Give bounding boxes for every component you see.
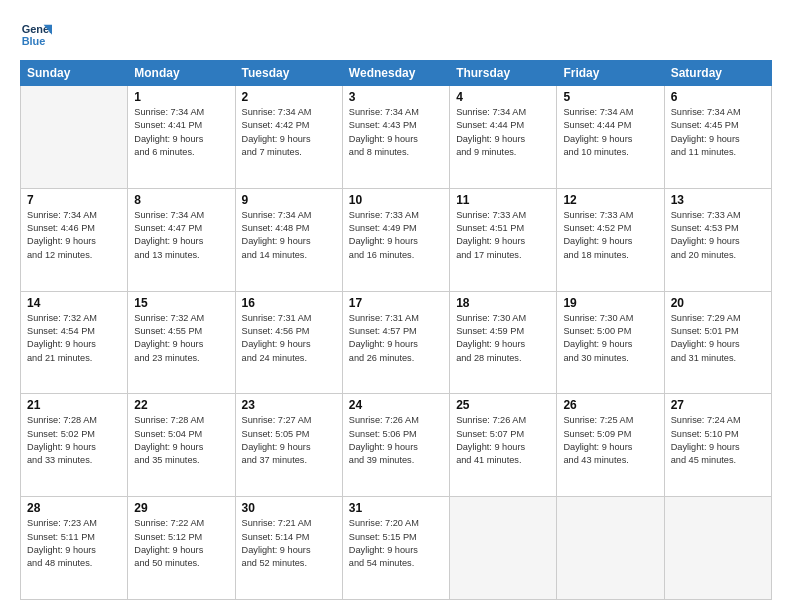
calendar-body: 1Sunrise: 7:34 AM Sunset: 4:41 PM Daylig…: [21, 86, 772, 600]
day-info: Sunrise: 7:33 AM Sunset: 4:53 PM Dayligh…: [671, 209, 765, 262]
day-info: Sunrise: 7:31 AM Sunset: 4:57 PM Dayligh…: [349, 312, 443, 365]
day-info: Sunrise: 7:32 AM Sunset: 4:54 PM Dayligh…: [27, 312, 121, 365]
weekday-header-cell: Monday: [128, 61, 235, 86]
calendar-day-cell: 6Sunrise: 7:34 AM Sunset: 4:45 PM Daylig…: [664, 86, 771, 189]
day-info: Sunrise: 7:22 AM Sunset: 5:12 PM Dayligh…: [134, 517, 228, 570]
day-number: 15: [134, 296, 228, 310]
day-number: 30: [242, 501, 336, 515]
day-number: 8: [134, 193, 228, 207]
day-number: 31: [349, 501, 443, 515]
day-info: Sunrise: 7:30 AM Sunset: 5:00 PM Dayligh…: [563, 312, 657, 365]
weekday-header: SundayMondayTuesdayWednesdayThursdayFrid…: [21, 61, 772, 86]
calendar-day-cell: 15Sunrise: 7:32 AM Sunset: 4:55 PM Dayli…: [128, 291, 235, 394]
calendar-day-cell: 7Sunrise: 7:34 AM Sunset: 4:46 PM Daylig…: [21, 188, 128, 291]
day-info: Sunrise: 7:33 AM Sunset: 4:49 PM Dayligh…: [349, 209, 443, 262]
calendar-day-cell: 19Sunrise: 7:30 AM Sunset: 5:00 PM Dayli…: [557, 291, 664, 394]
calendar-day-cell: 9Sunrise: 7:34 AM Sunset: 4:48 PM Daylig…: [235, 188, 342, 291]
day-number: 11: [456, 193, 550, 207]
page: General Blue SundayMondayTuesdayWednesda…: [0, 0, 792, 612]
calendar-day-cell: 2Sunrise: 7:34 AM Sunset: 4:42 PM Daylig…: [235, 86, 342, 189]
day-info: Sunrise: 7:34 AM Sunset: 4:44 PM Dayligh…: [456, 106, 550, 159]
calendar-day-cell: 5Sunrise: 7:34 AM Sunset: 4:44 PM Daylig…: [557, 86, 664, 189]
day-number: 16: [242, 296, 336, 310]
calendar-day-cell: 23Sunrise: 7:27 AM Sunset: 5:05 PM Dayli…: [235, 394, 342, 497]
day-number: 24: [349, 398, 443, 412]
day-info: Sunrise: 7:28 AM Sunset: 5:04 PM Dayligh…: [134, 414, 228, 467]
calendar-week-row: 14Sunrise: 7:32 AM Sunset: 4:54 PM Dayli…: [21, 291, 772, 394]
calendar-day-cell: 8Sunrise: 7:34 AM Sunset: 4:47 PM Daylig…: [128, 188, 235, 291]
calendar-week-row: 7Sunrise: 7:34 AM Sunset: 4:46 PM Daylig…: [21, 188, 772, 291]
day-number: 9: [242, 193, 336, 207]
calendar-week-row: 28Sunrise: 7:23 AM Sunset: 5:11 PM Dayli…: [21, 497, 772, 600]
weekday-header-cell: Wednesday: [342, 61, 449, 86]
day-number: 19: [563, 296, 657, 310]
day-number: 20: [671, 296, 765, 310]
day-info: Sunrise: 7:32 AM Sunset: 4:55 PM Dayligh…: [134, 312, 228, 365]
day-number: 14: [27, 296, 121, 310]
calendar-week-row: 1Sunrise: 7:34 AM Sunset: 4:41 PM Daylig…: [21, 86, 772, 189]
calendar-day-cell: 3Sunrise: 7:34 AM Sunset: 4:43 PM Daylig…: [342, 86, 449, 189]
weekday-header-cell: Saturday: [664, 61, 771, 86]
weekday-header-cell: Friday: [557, 61, 664, 86]
calendar-day-cell: 1Sunrise: 7:34 AM Sunset: 4:41 PM Daylig…: [128, 86, 235, 189]
header: General Blue: [20, 18, 772, 50]
day-number: 21: [27, 398, 121, 412]
calendar-day-cell: 14Sunrise: 7:32 AM Sunset: 4:54 PM Dayli…: [21, 291, 128, 394]
day-info: Sunrise: 7:27 AM Sunset: 5:05 PM Dayligh…: [242, 414, 336, 467]
day-info: Sunrise: 7:21 AM Sunset: 5:14 PM Dayligh…: [242, 517, 336, 570]
day-info: Sunrise: 7:24 AM Sunset: 5:10 PM Dayligh…: [671, 414, 765, 467]
day-info: Sunrise: 7:34 AM Sunset: 4:47 PM Dayligh…: [134, 209, 228, 262]
day-info: Sunrise: 7:26 AM Sunset: 5:06 PM Dayligh…: [349, 414, 443, 467]
logo-icon: General Blue: [20, 18, 52, 50]
day-info: Sunrise: 7:29 AM Sunset: 5:01 PM Dayligh…: [671, 312, 765, 365]
day-number: 1: [134, 90, 228, 104]
calendar-day-cell: 12Sunrise: 7:33 AM Sunset: 4:52 PM Dayli…: [557, 188, 664, 291]
calendar-day-cell: [664, 497, 771, 600]
day-number: 27: [671, 398, 765, 412]
calendar-day-cell: 30Sunrise: 7:21 AM Sunset: 5:14 PM Dayli…: [235, 497, 342, 600]
weekday-header-cell: Tuesday: [235, 61, 342, 86]
calendar-day-cell: 20Sunrise: 7:29 AM Sunset: 5:01 PM Dayli…: [664, 291, 771, 394]
day-number: 26: [563, 398, 657, 412]
day-number: 13: [671, 193, 765, 207]
day-number: 17: [349, 296, 443, 310]
day-info: Sunrise: 7:31 AM Sunset: 4:56 PM Dayligh…: [242, 312, 336, 365]
day-number: 3: [349, 90, 443, 104]
calendar-table: SundayMondayTuesdayWednesdayThursdayFrid…: [20, 60, 772, 600]
logo: General Blue: [20, 18, 52, 50]
calendar-day-cell: 25Sunrise: 7:26 AM Sunset: 5:07 PM Dayli…: [450, 394, 557, 497]
weekday-header-cell: Thursday: [450, 61, 557, 86]
calendar-day-cell: 13Sunrise: 7:33 AM Sunset: 4:53 PM Dayli…: [664, 188, 771, 291]
weekday-header-cell: Sunday: [21, 61, 128, 86]
day-number: 28: [27, 501, 121, 515]
day-number: 2: [242, 90, 336, 104]
day-info: Sunrise: 7:28 AM Sunset: 5:02 PM Dayligh…: [27, 414, 121, 467]
calendar-day-cell: 29Sunrise: 7:22 AM Sunset: 5:12 PM Dayli…: [128, 497, 235, 600]
calendar-day-cell: 27Sunrise: 7:24 AM Sunset: 5:10 PM Dayli…: [664, 394, 771, 497]
day-info: Sunrise: 7:34 AM Sunset: 4:41 PM Dayligh…: [134, 106, 228, 159]
day-number: 7: [27, 193, 121, 207]
day-number: 22: [134, 398, 228, 412]
day-info: Sunrise: 7:34 AM Sunset: 4:44 PM Dayligh…: [563, 106, 657, 159]
day-info: Sunrise: 7:23 AM Sunset: 5:11 PM Dayligh…: [27, 517, 121, 570]
day-info: Sunrise: 7:20 AM Sunset: 5:15 PM Dayligh…: [349, 517, 443, 570]
day-number: 29: [134, 501, 228, 515]
calendar-day-cell: 28Sunrise: 7:23 AM Sunset: 5:11 PM Dayli…: [21, 497, 128, 600]
calendar-day-cell: 16Sunrise: 7:31 AM Sunset: 4:56 PM Dayli…: [235, 291, 342, 394]
calendar-day-cell: [450, 497, 557, 600]
day-number: 10: [349, 193, 443, 207]
day-info: Sunrise: 7:33 AM Sunset: 4:52 PM Dayligh…: [563, 209, 657, 262]
calendar-day-cell: 24Sunrise: 7:26 AM Sunset: 5:06 PM Dayli…: [342, 394, 449, 497]
day-number: 12: [563, 193, 657, 207]
calendar-day-cell: 10Sunrise: 7:33 AM Sunset: 4:49 PM Dayli…: [342, 188, 449, 291]
calendar-day-cell: 26Sunrise: 7:25 AM Sunset: 5:09 PM Dayli…: [557, 394, 664, 497]
calendar-day-cell: 18Sunrise: 7:30 AM Sunset: 4:59 PM Dayli…: [450, 291, 557, 394]
calendar-day-cell: 4Sunrise: 7:34 AM Sunset: 4:44 PM Daylig…: [450, 86, 557, 189]
calendar-day-cell: 22Sunrise: 7:28 AM Sunset: 5:04 PM Dayli…: [128, 394, 235, 497]
day-number: 25: [456, 398, 550, 412]
day-info: Sunrise: 7:34 AM Sunset: 4:48 PM Dayligh…: [242, 209, 336, 262]
day-info: Sunrise: 7:34 AM Sunset: 4:45 PM Dayligh…: [671, 106, 765, 159]
day-info: Sunrise: 7:34 AM Sunset: 4:46 PM Dayligh…: [27, 209, 121, 262]
day-number: 6: [671, 90, 765, 104]
calendar-day-cell: [21, 86, 128, 189]
